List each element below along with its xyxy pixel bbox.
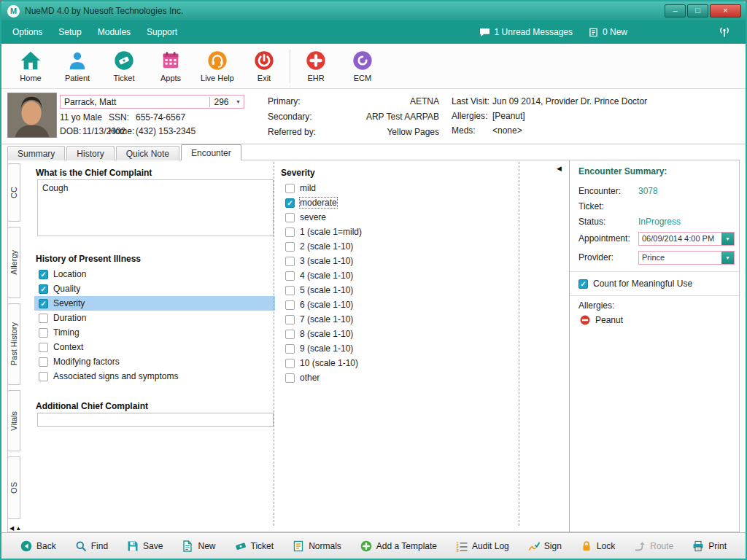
chevron-down-icon[interactable]: ▼ [721,233,734,245]
encounter-label: Encounter: [578,186,638,196]
toolbar-button-ehr[interactable]: EHR [293,50,339,82]
tab-quick-note[interactable]: Quick Note [116,146,179,160]
checkbox[interactable] [285,228,295,237]
toolbar-button-home[interactable]: Home [7,50,54,82]
bottom-button-print[interactable]: Print [692,540,727,552]
severity-item-other[interactable]: other [281,370,507,385]
severity-item-2-scale-1-10-[interactable]: 2 (scale 1-10) [281,239,507,254]
hpi-item-timing[interactable]: Timing [34,325,275,340]
tab-summary[interactable]: Summary [7,146,65,160]
side-tab-vitals[interactable]: Vitals [7,390,20,451]
severity-item-10-scale-1-10-[interactable]: 10 (scale 1-10) [281,356,507,370]
severity-item-1-scale-1-mild-[interactable]: 1 (scale 1=mild) [281,225,507,239]
meaningful-use-checkbox[interactable] [578,279,588,289]
maximize-button[interactable]: □ [687,4,708,18]
patient-photo[interactable] [7,93,57,138]
checkbox[interactable] [39,328,48,338]
bottom-button-sign[interactable]: Sign [528,540,562,552]
bottom-button-new[interactable]: New [182,540,215,552]
side-tab-past-history[interactable]: Past History [7,303,20,385]
severity-item-8-scale-1-10-[interactable]: 8 (scale 1-10) [281,327,507,341]
bottom-button-find[interactable]: Find [75,540,108,552]
hpi-item-context[interactable]: Context [34,340,275,354]
checkbox[interactable] [39,372,48,381]
severity-item-3-scale-1-10-[interactable]: 3 (scale 1-10) [281,254,507,268]
meaningful-use-row[interactable]: Count for Meaningful Use [578,276,735,291]
hpi-item-duration[interactable]: Duration [34,311,275,325]
checkbox[interactable] [39,284,48,294]
minimize-button[interactable]: – [665,4,686,18]
checkbox[interactable] [285,242,295,252]
tab-history[interactable]: History [66,146,114,160]
scroll-arrows[interactable]: ◀▲ [9,525,23,532]
bottom-button-audit-log[interactable]: 123Audit Log [456,540,509,552]
toolbar-button-ticket[interactable]: Ticket [101,50,147,82]
checkbox[interactable] [285,373,295,383]
severity-item-5-scale-1-10-[interactable]: 5 (scale 1-10) [281,283,507,298]
tab-encounter[interactable]: Encounter [181,144,241,160]
menu-item-modules[interactable]: Modules [90,20,139,44]
toolbar-button-appts[interactable]: Appts [147,50,194,82]
bottom-button-normals[interactable]: Normals [293,540,341,552]
patient-name-field[interactable]: Parrack, Matt 296 ▼ [60,95,244,109]
additional-cc-input[interactable] [37,413,274,427]
toolbar-button-ecm[interactable]: ECM [339,50,386,82]
checkbox[interactable] [285,271,295,281]
checkbox[interactable] [39,314,48,323]
menu-item-support[interactable]: Support [139,20,185,44]
severity-item-4-scale-1-10-[interactable]: 4 (scale 1-10) [281,268,507,283]
bottom-button-back[interactable]: Back [20,540,56,552]
toolbar-button-exit[interactable]: Exit [241,50,287,82]
appointment-select[interactable]: 06/09/2014 4:00 PM ▼ [638,232,735,246]
toolbar-button-patient[interactable]: Patient [54,50,101,82]
checkbox[interactable] [285,213,295,222]
checkbox[interactable] [39,270,48,279]
collapse-panel-arrow[interactable]: ◀ [557,165,562,172]
additional-cc-heading: Additional Chief Complaint [36,401,148,411]
checkbox[interactable] [39,357,48,367]
side-tab-allergy[interactable]: Allergy [7,227,20,298]
checkbox[interactable] [285,184,295,193]
chevron-down-icon[interactable]: ▼ [721,252,734,264]
severity-item-moderate[interactable]: moderate [281,195,507,210]
checkbox-label: other [300,373,320,383]
bottom-button-add-a-template[interactable]: Add a Template [360,540,437,552]
checkbox[interactable] [285,286,295,295]
signal-icon[interactable] [716,26,732,38]
checkbox-label: mild [300,183,316,193]
checkbox[interactable] [285,198,295,208]
severity-item-6-scale-1-10-[interactable]: 6 (scale 1-10) [281,298,507,312]
checkbox[interactable] [39,343,48,352]
checkbox[interactable] [285,315,295,324]
side-tab-cc[interactable]: CC [7,163,20,222]
new-items-button[interactable]: 0 New [589,27,627,37]
provider-select[interactable]: Prince ▼ [638,251,735,265]
checkbox[interactable] [285,330,295,339]
bottom-button-lock[interactable]: Lock [581,540,615,552]
checkbox[interactable] [285,257,295,266]
chevron-down-icon[interactable]: ▼ [233,99,244,104]
checkbox[interactable] [39,299,48,308]
hpi-item-quality[interactable]: Quality [34,281,275,296]
hpi-item-associated-signs-and-symptoms[interactable]: Associated signs and symptoms [34,369,275,384]
bottom-button-ticket[interactable]: Ticket [235,540,274,552]
chief-complaint-textarea[interactable]: Cough [37,179,274,236]
menu-item-setup[interactable]: Setup [50,20,89,44]
side-tab-os[interactable]: OS [7,456,20,519]
unread-messages-button[interactable]: 1 Unread Messages [479,27,573,37]
menu-item-options[interactable]: Options [4,20,50,44]
hpi-item-severity[interactable]: Severity [34,296,275,311]
toolbar-button-live-help[interactable]: Live Help [194,50,241,82]
hpi-item-modifying-factors[interactable]: Modifying factors [34,354,275,369]
severity-item-7-scale-1-10-[interactable]: 7 (scale 1-10) [281,312,507,327]
severity-item-mild[interactable]: mild [281,181,507,195]
checkbox[interactable] [285,359,295,368]
close-button[interactable]: × [710,4,741,18]
severity-item-9-scale-1-10-[interactable]: 9 (scale 1-10) [281,341,507,356]
severity-item-severe[interactable]: severe [281,210,507,225]
hpi-item-location[interactable]: Location [34,267,275,281]
checkbox[interactable] [285,344,295,354]
checkbox[interactable] [285,300,295,310]
secondary-label: Secondary: [268,112,312,122]
bottom-button-save[interactable]: Save [127,540,163,552]
